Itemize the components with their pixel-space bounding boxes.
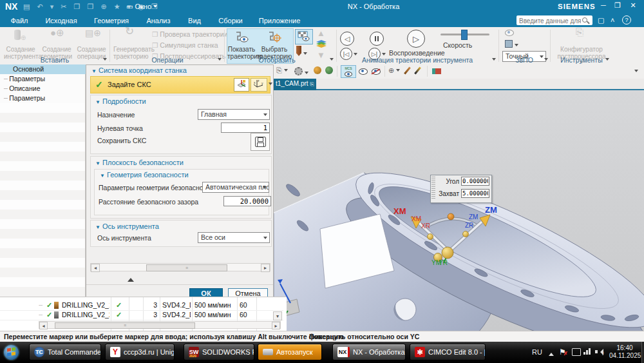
group-display-dialog-caret-icon[interactable] <box>330 58 334 63</box>
clearance-option-combo[interactable]: Автоматическая пло <box>202 182 269 193</box>
fullscreen-icon[interactable]: ▢ <box>598 16 604 25</box>
tool-axis-combo[interactable]: Все оси <box>198 232 270 243</box>
ipw-display-icon[interactable] <box>505 30 514 37</box>
table-scroll-down-icon[interactable]: ▾ <box>273 311 282 320</box>
search-input[interactable] <box>518 16 582 25</box>
clearance-geometry-header[interactable]: ▼ Геометрия безопасности <box>100 171 189 179</box>
tray-expand-icon[interactable] <box>549 350 554 356</box>
taskbar-total-commander[interactable]: TC Total Commande... <box>29 344 101 360</box>
group-operations-dialog-caret-icon[interactable] <box>218 58 222 63</box>
tray-flag-icon[interactable]: ⚑✗ <box>559 348 566 357</box>
play-button[interactable]: ▷ <box>407 30 425 48</box>
toolpath-display-options-button[interactable] <box>295 29 313 44</box>
csys-axes-button[interactable]: zyx <box>251 78 267 92</box>
taskbar-solidworks[interactable]: SW2020 SOLIDWORKS Pre... <box>184 344 254 360</box>
simulate-machine-button[interactable]: ❒ Симуляция станка <box>152 41 218 50</box>
hscroll-left-icon[interactable]: ◂ <box>91 264 100 272</box>
tab-assemblies[interactable]: Сборки <box>214 14 247 27</box>
dialog-section-title[interactable]: ▼ Система координат станка <box>91 66 187 74</box>
taskbar-cimco[interactable]: ✻ CIMCO Edit 8.0 - [... <box>410 344 486 360</box>
origin-handle-ball[interactable] <box>442 247 453 259</box>
taskbar-browser[interactable]: Y cccp3d.ru | Unigr... <box>105 344 175 360</box>
drag-handle[interactable] <box>431 177 435 200</box>
taskbar-autorun[interactable]: Автозапуск <box>258 344 322 360</box>
group-insert-dialog-caret-icon[interactable] <box>103 58 107 63</box>
tree-item-description[interactable]: ┄Описание <box>0 84 86 93</box>
details-header[interactable]: ▼ Подробности <box>95 97 146 105</box>
mcs-display-toggle[interactable]: MCS <box>341 65 356 78</box>
tab-view[interactable]: Вид <box>183 14 206 27</box>
graphics-viewport[interactable]: XM XM XR ZM ZM ZR YM YR <box>274 90 644 332</box>
table-hscrollbar[interactable]: ◂ ▸ ≡ <box>39 321 281 329</box>
restore-button[interactable]: ❐ <box>612 1 623 10</box>
purpose-combo[interactable]: Главная <box>198 109 270 120</box>
collision-check-button[interactable] <box>505 40 518 49</box>
tool-axis-header[interactable]: ▼ Ось инструмента <box>95 222 159 230</box>
toolbar-overflow-caret-icon[interactable] <box>634 70 638 74</box>
work-layer-button[interactable] <box>294 67 308 77</box>
hscroll-right-icon[interactable]: ▸ <box>261 264 270 272</box>
csys-orient-button[interactable]: ⊕ <box>388 66 400 75</box>
table-hscroll-right-icon[interactable]: ▸ <box>272 322 280 329</box>
zm-handle-ball[interactable] <box>463 231 469 237</box>
tab-application[interactable]: Приложение <box>255 14 304 27</box>
close-button[interactable]: ✕ <box>627 1 639 10</box>
tray-language[interactable]: RU <box>532 348 542 356</box>
tab-home[interactable]: Исходная <box>40 14 82 27</box>
tab-file[interactable]: Файл <box>5 14 33 27</box>
brush-icon[interactable] <box>404 67 411 75</box>
group-zvpo-dialog-caret-icon[interactable] <box>544 58 548 63</box>
move-down-icon[interactable]: ▼ <box>317 50 325 60</box>
search-icon[interactable] <box>582 17 587 23</box>
table-hscroll-thumb[interactable]: ≡ <box>55 322 195 329</box>
hscroll-thumb[interactable]: ≡ <box>146 264 227 271</box>
pencil-icon[interactable] <box>414 67 421 75</box>
verify-toolpath-button[interactable]: ❒ Проверка траектории <box>152 30 227 39</box>
globe-tool-icon[interactable] <box>325 66 333 74</box>
snap-input[interactable] <box>461 189 489 198</box>
group-tools-dialog-caret-icon[interactable] <box>605 58 609 63</box>
tree-item-parameters-1[interactable]: ┄Параметры <box>0 74 86 84</box>
snap-point-button[interactable]: ⎘ <box>276 66 288 75</box>
speed-slider-handle[interactable] <box>461 30 468 40</box>
hide-eye-icon[interactable] <box>372 68 381 76</box>
tab-analysis[interactable]: Анализ <box>142 14 175 27</box>
minimize-button[interactable]: ─ <box>598 1 609 9</box>
start-button[interactable] <box>4 345 19 360</box>
save-mcs-button[interactable] <box>251 133 270 151</box>
zero-point-input[interactable] <box>221 123 270 133</box>
group-animation-dialog-caret-icon[interactable] <box>492 58 496 63</box>
rotation-handle-ball[interactable] <box>448 213 454 220</box>
document-tab[interactable]: t1_CAM.prt ⎘ × <box>274 79 316 90</box>
table-hscroll-left-icon[interactable]: ◂ <box>39 322 48 329</box>
tree-item-main[interactable]: Основной <box>0 64 86 74</box>
dialog-hscrollbar[interactable]: ◂ ▸ ≡ <box>90 263 270 271</box>
minimize-ribbon-icon[interactable]: ˄ <box>611 16 614 24</box>
dialog-collapse-caret-icon[interactable] <box>128 275 134 282</box>
colored-cube-icon[interactable] <box>432 66 441 75</box>
tray-window-icon[interactable] <box>572 348 581 356</box>
taskbar-nx-active[interactable]: NX NX - Обработка <box>332 344 406 360</box>
window-menu[interactable]: ▭ Окно <box>126 3 157 11</box>
show-eye-icon[interactable] <box>359 68 368 76</box>
csys-dialog-button[interactable] <box>234 78 249 92</box>
help-icon[interactable]: ? <box>622 15 631 25</box>
clearance-header[interactable]: ▼ Плоскость безопасности <box>95 159 184 166</box>
onscreen-input-box[interactable]: Угол Захват <box>430 175 492 203</box>
table-row[interactable]: ┄ ✓ DRILLING_V2_1 ✓ 3 SVD4.2_D... 500 мм… <box>0 300 283 311</box>
table-row[interactable]: ┄ ✓ DRILLING_V2_2 ✓ 3 SVD4.2_D... 500 мм… <box>0 310 283 320</box>
xm-handle-ball[interactable] <box>428 234 433 240</box>
clearance-distance-input[interactable] <box>223 196 271 206</box>
move-up-icon[interactable]: ▲ <box>317 28 325 38</box>
specify-mcs-row[interactable]: ✓ Задайте СКС zyx <box>90 76 270 93</box>
show-desktop-button[interactable] <box>641 342 644 363</box>
sphere-tool-icon[interactable] <box>314 66 321 74</box>
layers-button[interactable] <box>316 39 327 50</box>
csys-more-caret-icon[interactable] <box>269 83 272 87</box>
angle-input[interactable] <box>461 177 489 186</box>
tree-item-parameters-2[interactable]: ┄Параметры <box>0 93 86 103</box>
play-backward-button[interactable]: ◁ <box>340 32 354 46</box>
pause-button[interactable] <box>370 32 384 46</box>
tray-clock[interactable]: 16:40 04.11.2025 <box>609 344 640 360</box>
label-zr: ZR <box>465 222 473 229</box>
